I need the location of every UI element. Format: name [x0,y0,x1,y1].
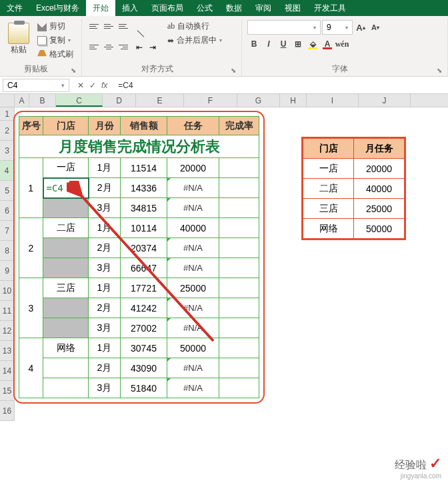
row-header-5[interactable]: 5 [0,181,15,201]
column-headers[interactable]: ABCDEFGHIJ [0,94,448,107]
indent-increase-button[interactable]: ⇥ [147,41,161,53]
cell-month[interactable]: 1月 [89,338,121,358]
row-header-14[interactable]: 14 [0,361,15,381]
table-row[interactable]: 二店40000 [303,179,405,199]
cell-task[interactable]: 50000 [167,338,219,358]
cell-month[interactable]: 2月 [89,298,121,318]
cell-task[interactable]: 20000 [167,158,219,178]
cell-sales[interactable]: 66647 [121,258,167,278]
cut-button[interactable]: 剪切 [35,20,76,33]
fx-button[interactable]: fx [101,81,107,90]
cell-rate[interactable] [219,178,259,198]
table-row[interactable]: 2月41242#N/A [19,298,259,318]
cell-rate[interactable] [219,378,259,398]
chevron-down-icon[interactable]: ▾ [61,82,65,89]
italic-button[interactable]: I [262,37,275,51]
cell-sales[interactable]: 20374 [121,238,167,258]
cell-task[interactable]: #N/A [167,298,219,318]
cell-task[interactable]: 50000 [354,219,405,239]
border-button[interactable]: ⊞ [291,37,305,51]
col-header-E[interactable]: E [136,94,184,107]
col-sales[interactable]: 销售额 [121,117,167,135]
cell-task[interactable]: #N/A [167,178,219,198]
table-row[interactable]: 2月43090#N/A [19,358,259,378]
cell-task[interactable]: #N/A [167,318,219,338]
cell-task[interactable]: 40000 [354,179,405,199]
cell-rate[interactable] [219,338,259,358]
tab-review[interactable]: 审阅 [249,0,278,16]
cell-rate[interactable] [219,158,259,178]
align-bottom-button[interactable] [117,20,130,32]
row-header-2[interactable]: 2 [0,121,15,141]
row-header-10[interactable]: 10 [0,281,15,301]
table-row[interactable]: =C42月14336#N/A [19,178,259,198]
col-header-C[interactable]: C [56,94,103,107]
table-row[interactable]: 4网络1月3074550000 [19,338,259,358]
cell-sales[interactable]: 30745 [121,338,167,358]
formula-input[interactable]: =C4 [113,79,448,91]
cell-seq[interactable]: 3 [19,278,43,338]
cell-month[interactable]: 1月 [89,158,121,178]
tab-file[interactable]: 文件 [0,0,29,16]
row-header-6[interactable]: 6 [0,201,15,221]
cell-rate[interactable] [219,218,259,238]
table-row[interactable]: 1一店1月1151420000 [19,158,259,178]
phonetic-button[interactable]: wén [335,37,349,51]
cell-task[interactable]: #N/A [167,378,219,398]
align-right-button[interactable] [117,41,130,53]
cell-sales[interactable]: 34815 [121,198,167,218]
tab-home[interactable]: 开始 [86,0,115,16]
cell-month[interactable]: 1月 [89,218,121,238]
spreadsheet-grid[interactable]: ABCDEFGHIJ 12345678910111213141516 月度销售完… [0,94,448,468]
cell-store[interactable]: 二店 [43,218,89,238]
tab-custom[interactable]: Excel与财务 [29,0,86,16]
row-headers[interactable]: 12345678910111213141516 [0,107,15,421]
cell-rate[interactable] [219,198,259,218]
col-rate[interactable]: 完成率 [219,117,259,135]
row-header-8[interactable]: 8 [0,241,15,261]
table-row[interactable]: 3月66647#N/A [19,258,259,278]
col-seq[interactable]: 序号 [19,117,43,135]
cell-month[interactable]: 2月 [89,358,121,378]
cell-sales[interactable]: 10114 [121,218,167,238]
row-header-1[interactable]: 1 [0,107,15,121]
cell-store[interactable]: 三店 [43,278,89,298]
table-row[interactable]: 3月51840#N/A [19,378,259,398]
cell-rate[interactable] [219,278,259,298]
copy-button[interactable]: 复制▾ [35,34,76,47]
bold-button[interactable]: B [247,37,261,51]
cell-store-empty[interactable] [43,358,89,378]
col-header-J[interactable]: J [359,94,411,107]
side-col-store[interactable]: 门店 [303,139,354,159]
main-table[interactable]: 月度销售完成情况分析表 序号 门店 月份 销售额 任务 完成率 1一店1月115… [19,116,259,398]
table-row[interactable]: 2二店1月1011440000 [19,218,259,238]
cell-task[interactable]: 25000 [167,278,219,298]
col-header-D[interactable]: D [103,94,136,107]
cell-store-grey[interactable] [43,198,89,218]
cell-sales[interactable]: 14336 [121,178,167,198]
cell-month[interactable]: 3月 [89,258,121,278]
col-header-corner[interactable] [0,94,15,107]
row-header-11[interactable]: 11 [0,301,15,321]
row-header-7[interactable]: 7 [0,221,15,241]
cell-task[interactable]: #N/A [167,198,219,218]
cell-store-empty[interactable] [43,298,89,318]
col-header-B[interactable]: B [29,94,56,107]
row-header-12[interactable]: 12 [0,321,15,341]
table-row[interactable]: 网络50000 [303,219,405,239]
cell-store[interactable]: 网络 [303,219,354,239]
cell-rate[interactable] [219,358,259,378]
cell-task[interactable]: #N/A [167,238,219,258]
align-top-button[interactable] [87,20,101,32]
cell-store-empty[interactable] [43,318,89,338]
row-header-9[interactable]: 9 [0,261,15,281]
cell-month[interactable]: 2月 [89,178,121,198]
col-header-F[interactable]: F [184,94,237,107]
cell-store-empty[interactable] [43,258,89,278]
col-store[interactable]: 门店 [43,117,89,135]
clipboard-launcher-icon[interactable]: ⬊ [67,67,76,76]
cell-task[interactable]: 25000 [354,199,405,219]
cell-sales[interactable]: 51840 [121,378,167,398]
cell-sales[interactable]: 43090 [121,358,167,378]
cell-sales[interactable]: 17721 [121,278,167,298]
